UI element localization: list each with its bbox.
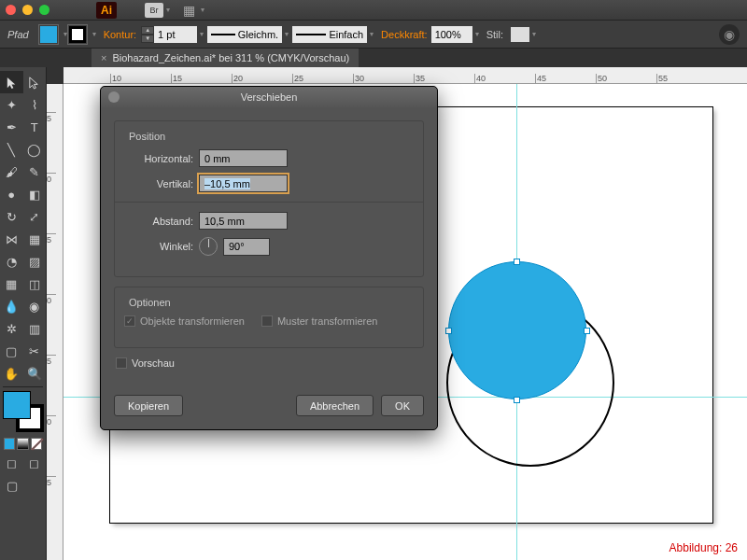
stroke-profile[interactable]: Gleichm. bbox=[207, 26, 282, 43]
magic-wand-tool[interactable]: ✦ bbox=[0, 93, 23, 116]
scale-tool[interactable]: ⤢ bbox=[23, 205, 47, 228]
perspective-tool[interactable]: ▨ bbox=[23, 250, 47, 273]
arrange-icon[interactable]: ▦ bbox=[179, 3, 198, 18]
ruler-vertical: 5 0 5 0 5 0 5 bbox=[47, 84, 63, 560]
none-mode[interactable] bbox=[31, 438, 42, 450]
dialog-close-icon[interactable] bbox=[108, 91, 120, 103]
opacity-input[interactable]: 100% bbox=[431, 26, 472, 43]
transform-objects-label: Objekte transformieren bbox=[140, 315, 245, 327]
chevron-down-icon[interactable]: ▾ bbox=[285, 30, 289, 38]
stroke-swatch[interactable] bbox=[67, 24, 88, 45]
kontur-label: Kontur: bbox=[104, 29, 136, 40]
style-swatch[interactable] bbox=[511, 27, 529, 42]
vertical-input[interactable]: –10,5 mm bbox=[199, 175, 288, 192]
angle-dial-icon[interactable] bbox=[199, 237, 218, 256]
anchor-point[interactable] bbox=[446, 329, 451, 333]
chevron-down-icon[interactable]: ▾ bbox=[532, 30, 536, 38]
transform-patterns-label: Muster transformieren bbox=[277, 315, 378, 327]
mesh-tool[interactable]: ▦ bbox=[0, 273, 23, 295]
transform-patterns-checkbox bbox=[261, 315, 273, 327]
fill-swatch[interactable] bbox=[38, 24, 59, 45]
graph-tool[interactable]: ▥ bbox=[23, 317, 47, 340]
eyedropper-tool[interactable]: 💧 bbox=[0, 295, 23, 317]
selection-tool[interactable] bbox=[0, 71, 23, 93]
dialog-title: Verschieben bbox=[241, 91, 298, 103]
ellipse-tool[interactable]: ◯ bbox=[23, 138, 47, 161]
document-tab[interactable]: × Biohazard_Zeichen.ai* bei 311 % (CMYK/… bbox=[92, 49, 359, 67]
angle-input[interactable]: 90° bbox=[223, 238, 270, 256]
ok-button[interactable]: OK bbox=[381, 395, 424, 416]
cancel-button[interactable]: Abbrechen bbox=[296, 395, 374, 416]
screen-mode[interactable]: ▢ bbox=[0, 474, 23, 497]
zoom-tool[interactable]: 🔍 bbox=[23, 362, 47, 385]
angle-label: Winkel: bbox=[124, 241, 193, 252]
anchor-point[interactable] bbox=[514, 398, 519, 402]
preview-checkbox[interactable] bbox=[116, 357, 127, 369]
pencil-tool[interactable]: ✎ bbox=[23, 161, 47, 183]
document-setup-icon[interactable]: ◉ bbox=[719, 24, 740, 45]
window-titlebar: Ai Br ▾ ▦ ▾ bbox=[0, 0, 747, 21]
stroke-weight-input[interactable]: 1 pt bbox=[154, 26, 197, 43]
stroke-weight-stepper[interactable]: ▲▼ bbox=[141, 26, 154, 43]
position-legend: Position bbox=[126, 131, 168, 142]
ruler-horizontal: 10 15 20 25 30 35 40 45 50 55 bbox=[63, 67, 747, 84]
app-icon: Ai bbox=[96, 2, 117, 19]
preview-label: Vorschau bbox=[132, 357, 175, 369]
style-label: Stil: bbox=[486, 29, 503, 40]
draw-behind[interactable]: ◻ bbox=[23, 452, 47, 474]
type-tool[interactable]: T bbox=[23, 116, 47, 138]
distance-input[interactable]: 10,5 mm bbox=[199, 212, 288, 230]
traffic-lights bbox=[6, 5, 49, 15]
tab-label: Biohazard_Zeichen.ai* bei 311 % (CMYK/Vo… bbox=[112, 52, 349, 63]
gradient-mode[interactable] bbox=[17, 438, 28, 450]
transform-objects-checkbox: ✓ bbox=[124, 315, 135, 327]
blend-tool[interactable]: ◉ bbox=[23, 295, 47, 317]
chevron-down-icon[interactable]: ▾ bbox=[200, 30, 204, 38]
selection-type-label: Pfad bbox=[7, 29, 29, 40]
blob-brush-tool[interactable]: ● bbox=[0, 183, 23, 205]
shape-builder-tool[interactable]: ◔ bbox=[0, 250, 23, 273]
line-tool[interactable]: ╲ bbox=[0, 138, 23, 161]
minimize-window[interactable] bbox=[22, 5, 33, 15]
symbol-sprayer-tool[interactable]: ✲ bbox=[0, 317, 23, 340]
pen-tool[interactable]: ✒ bbox=[0, 116, 23, 138]
options-legend: Optionen bbox=[126, 297, 174, 308]
close-window[interactable] bbox=[6, 5, 16, 15]
chevron-down-icon[interactable]: ▾ bbox=[92, 30, 96, 38]
eraser-tool[interactable]: ◧ bbox=[23, 183, 47, 205]
chevron-down-icon[interactable]: ▾ bbox=[370, 30, 374, 38]
paintbrush-tool[interactable]: 🖌 bbox=[0, 161, 23, 183]
document-tabs: × Biohazard_Zeichen.ai* bei 311 % (CMYK/… bbox=[0, 49, 747, 67]
brush-definition[interactable]: Einfach bbox=[292, 26, 367, 43]
fill-box[interactable] bbox=[3, 391, 31, 419]
gradient-tool[interactable]: ◫ bbox=[23, 273, 47, 295]
close-tab-icon[interactable]: × bbox=[101, 52, 106, 63]
artboard-tool[interactable]: ▢ bbox=[0, 340, 23, 362]
control-bar: Pfad ▾ ▾ Kontur: ▲▼ 1 pt ▾ Gleichm. ▾ Ei… bbox=[0, 21, 747, 49]
tool-panel: ✦⌇ ✒T ╲◯ 🖌✎ ●◧ ↻⤢ ⋈▦ ◔▨ ▦◫ 💧◉ ✲▥ ▢✂ ✋🔍 ◻… bbox=[0, 67, 47, 560]
horizontal-input[interactable]: 0 mm bbox=[199, 149, 288, 167]
bridge-icon[interactable]: Br bbox=[145, 3, 163, 18]
color-mode[interactable] bbox=[4, 438, 15, 450]
lasso-tool[interactable]: ⌇ bbox=[23, 93, 47, 116]
zoom-window[interactable] bbox=[39, 5, 49, 15]
direct-selection-tool[interactable] bbox=[23, 71, 47, 93]
chevron-down-icon[interactable]: ▾ bbox=[201, 6, 204, 14]
chevron-down-icon[interactable]: ▾ bbox=[166, 6, 170, 14]
opacity-label: Deckkraft: bbox=[381, 29, 428, 40]
free-transform-tool[interactable]: ▦ bbox=[23, 228, 47, 250]
circle-selected[interactable] bbox=[448, 261, 586, 399]
copy-button[interactable]: Kopieren bbox=[114, 395, 183, 416]
fill-stroke-indicator[interactable] bbox=[3, 391, 44, 432]
hand-tool[interactable]: ✋ bbox=[0, 362, 23, 385]
anchor-point[interactable] bbox=[514, 259, 519, 264]
slice-tool[interactable]: ✂ bbox=[23, 340, 47, 362]
anchor-point[interactable] bbox=[585, 329, 589, 333]
rotate-tool[interactable]: ↻ bbox=[0, 205, 23, 228]
distance-label: Abstand: bbox=[124, 216, 193, 227]
chevron-down-icon[interactable]: ▾ bbox=[475, 30, 479, 38]
width-tool[interactable]: ⋈ bbox=[0, 228, 23, 250]
draw-normal[interactable]: ◻ bbox=[0, 452, 23, 474]
horizontal-label: Horizontal: bbox=[124, 153, 193, 164]
dialog-titlebar[interactable]: Verschieben bbox=[101, 87, 437, 107]
